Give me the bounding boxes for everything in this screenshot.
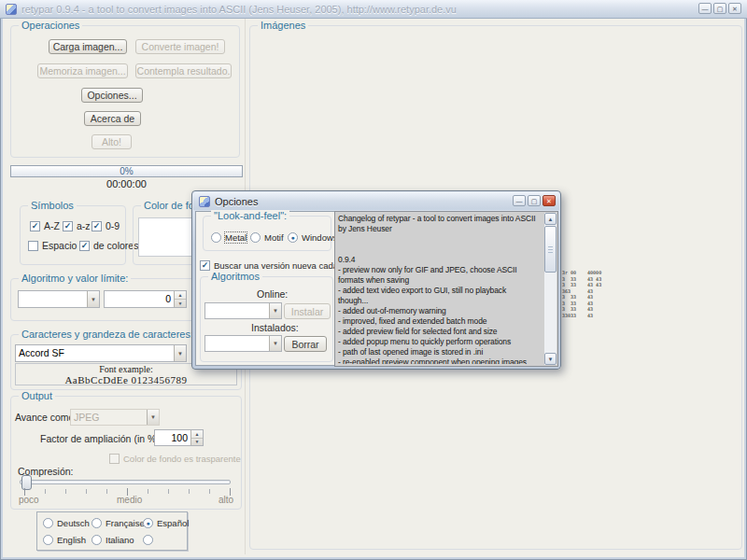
progress-value: 0% [120,166,133,176]
dropdown-icon[interactable]: ▼ [269,303,281,318]
radio-icon: ● [143,518,153,528]
opciones-button[interactable]: Opciones... [81,88,143,103]
radio-deutsch[interactable]: Deutsch [43,518,90,528]
simbolos-label: Símbolos [28,200,77,211]
radio-espanol[interactable]: ● Español [143,518,189,528]
factor-ampliacion-label: Factor de ampliación (in %): [40,433,150,444]
checkbox-espacio[interactable]: Espacio [28,240,77,251]
radio-francaise[interactable]: Française [92,518,145,528]
dialog-titlebar: Opciones — ▢ ✕ [193,192,559,210]
online-combo[interactable]: ▼ [204,302,282,319]
font-example-text: AaBbCcDdEe 0123456789 [16,374,236,385]
algoritmos-label: Algoritmos [208,271,262,282]
dialog-close-button[interactable]: ✕ [543,195,556,206]
lookandfeel-group: "Look-and-feel": Metal Motif ● Windows [203,216,331,251]
borrar-button[interactable]: Borrar [284,336,327,352]
lookandfeel-label: "Look-and-feel": [211,210,289,221]
algoritmo-combo[interactable]: ▼ [18,290,100,308]
output-group: Output Avance como: JPEG ▼ Factor de amp… [10,396,242,510]
close-button[interactable]: ✕ [728,3,741,14]
scrollbar-thumb[interactable] [544,226,557,273]
checkbox-de-colores[interactable]: ✓ de colores [79,240,138,251]
algoritmos-group: Algoritmos Online: ▼ Instalar Instalados… [200,276,333,362]
radio-icon [43,535,53,545]
alto-button: Alto! [92,134,132,149]
acerca-de-button[interactable]: Acerca de [84,111,141,126]
main-titlebar: retypar 0.9.4 - a tool to convert images… [0,0,747,19]
maximize-icon: ▢ [531,198,538,204]
caracteres-label: Caracteres y grandeza de caracteres: [19,329,196,340]
radio-italiano[interactable]: Italiano [92,535,134,545]
dialog-content: "Look-and-feel": Metal Motif ● Windows ✓… [195,211,557,366]
checkbox-icon: ✓ [30,221,40,231]
avance-como-label: Avance como: [15,412,77,423]
converte-imagen-button: Converte imagen! [135,39,225,54]
checkbox-icon [109,454,120,464]
dropdown-icon[interactable]: ▼ [87,291,99,307]
elapsed-time: 00:00:00 [10,178,243,189]
font-combo[interactable]: Accord SF ▼ [15,344,187,362]
dropdown-icon[interactable]: ▼ [174,345,186,361]
radio-english[interactable]: English [43,535,86,545]
radio-icon [143,535,153,545]
spinner-down-icon[interactable]: ▼ [175,300,186,307]
minimize-icon: — [516,198,523,204]
dialog-title: Opciones [215,196,258,207]
dropdown-icon[interactable]: ▼ [269,336,281,351]
scroll-up-button[interactable]: ▲ [544,213,557,225]
radio-windows[interactable]: ● Windows [288,232,338,243]
changelog-text: Changelog of retypar - a tool to convert… [335,212,543,364]
slider-label-alto: alto [218,495,233,505]
carga-imagen-button[interactable]: Carga imagen... [49,39,127,54]
language-box: Deutsch Française ● Español English Ital… [36,511,188,551]
app-icon [6,4,17,15]
operaciones-label: Operaciones [19,20,82,31]
radio-icon [43,518,53,528]
compresion-slider-track[interactable] [20,480,231,484]
factor-spinner[interactable]: 100 ▲▼ [154,429,204,446]
slider-label-poco: poco [19,495,39,505]
window-title: retypar 0.9.4 - a tool to convert images… [21,4,457,15]
dialog-minimize-button[interactable]: — [513,195,526,206]
checkbox-az-upper[interactable]: ✓ A-Z [30,220,60,231]
changelog-scrollbar[interactable]: ▲ ▼ [544,213,557,365]
checkbox-digits[interactable]: ✓ 0-9 [92,220,120,231]
minimize-button[interactable]: — [698,3,712,14]
minimize-icon: — [702,6,709,12]
limite-spinner[interactable]: 0 ▲▼ [104,290,187,308]
maximize-button[interactable]: ▢ [713,3,726,14]
algoritmo-label: Algoritmo y valor límite: [19,273,131,284]
radio-icon: ● [288,232,298,243]
close-icon: ✕ [546,198,552,204]
close-icon: ✕ [732,6,738,12]
spinner-up-icon[interactable]: ▲ [191,430,203,439]
checkbox-icon [28,241,38,251]
spinner-up-icon[interactable]: ▲ [175,291,186,300]
instalados-combo[interactable]: ▼ [204,335,282,352]
checkbox-buscar-version[interactable]: ✓ Buscar una versión nueva cada vez [200,260,355,271]
instalados-label: Instalados: [251,322,299,333]
imagenes-label: Imágenes [258,20,308,31]
radio-icon [92,518,102,528]
radio-empty[interactable] [143,535,157,545]
dialog-maximize-button[interactable]: ▢ [528,195,541,206]
operaciones-group: Operaciones Carga imagen... Converte ima… [10,25,240,158]
scroll-down-button[interactable]: ▼ [544,353,557,365]
spinner-down-icon[interactable]: ▼ [191,439,203,446]
checkbox-transparente: Color de fondo es trasparente [109,454,241,464]
memoriza-imagen-button: Memoriza imagen... [37,63,128,78]
simbolos-group: Símbolos ✓ A-Z ✓ a-z ✓ 0-9 Espacio ✓ de … [20,205,126,265]
online-label: Online: [257,288,288,300]
checkbox-az-lower[interactable]: ✓ a-z [63,220,91,231]
radio-motif[interactable]: Motif [250,232,284,243]
dropdown-icon: ▼ [147,410,159,425]
radio-metal[interactable]: Metal [211,232,247,243]
compresion-slider-thumb[interactable] [21,475,32,490]
ascii-art-preview: 3r 00 40000 3 33 43 43 3 33 43 43 363 43… [562,270,601,318]
contempla-resultado-button: Contempla resultado. [135,63,232,78]
changelog-textarea: Changelog of retypar - a tool to convert… [334,211,558,367]
checkbox-icon: ✓ [200,260,210,271]
radio-icon [92,535,102,545]
instalar-button: Instalar [284,303,331,319]
maximize-icon: ▢ [717,6,724,12]
